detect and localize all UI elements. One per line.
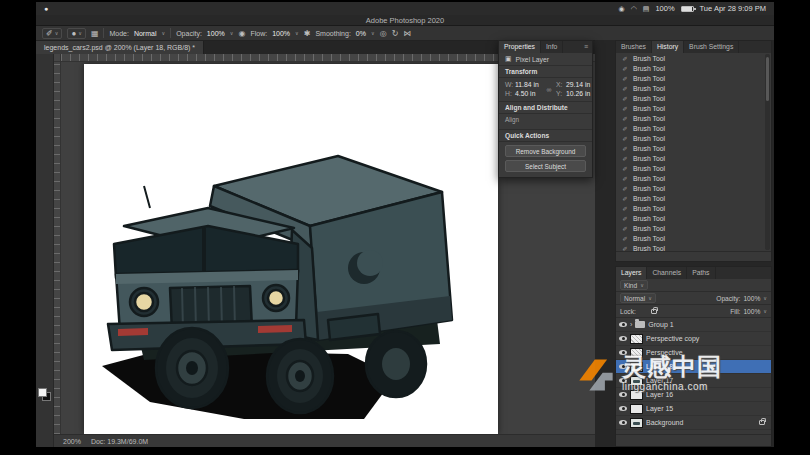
history-step[interactable]: Brush Tool bbox=[616, 153, 763, 163]
layer-thumbnail[interactable] bbox=[630, 348, 643, 358]
hand-tool[interactable] bbox=[37, 353, 53, 370]
history-scrollbar[interactable] bbox=[765, 54, 770, 250]
quick-mask-button[interactable] bbox=[37, 403, 53, 420]
control-center-icon[interactable]: ▤ bbox=[643, 5, 650, 13]
document-canvas[interactable] bbox=[84, 64, 498, 434]
eyedropper-tool[interactable] bbox=[37, 139, 53, 156]
layer-row-layer-15[interactable]: Layer 15 bbox=[616, 402, 771, 416]
visibility-eye-icon[interactable] bbox=[619, 336, 627, 341]
blur-tool[interactable] bbox=[37, 254, 53, 271]
layer-thumbnail[interactable] bbox=[630, 404, 643, 414]
history-step[interactable]: Brush Tool bbox=[616, 143, 763, 153]
history-step[interactable]: Brush Tool bbox=[616, 223, 763, 233]
tab-history[interactable]: History bbox=[652, 41, 684, 53]
layer-row-layer-18[interactable]: Layer 18 bbox=[616, 360, 771, 374]
y-value[interactable]: 10.26 in bbox=[566, 90, 593, 97]
history-step[interactable]: Brush Tool bbox=[616, 233, 763, 243]
select-subject-button[interactable]: Select Subject bbox=[505, 160, 586, 172]
link-dimensions-icon[interactable]: ∞ bbox=[544, 86, 554, 93]
zoom-field[interactable]: 200% bbox=[63, 438, 81, 445]
x-value[interactable]: 29.14 in bbox=[566, 81, 593, 88]
history-step[interactable]: Brush Tool bbox=[616, 133, 763, 143]
document-tab[interactable]: legends_cars2.psd @ 200% (Layer 18, RGB/… bbox=[36, 41, 204, 54]
visibility-eye-icon[interactable] bbox=[619, 378, 627, 383]
history-step[interactable]: Brush Tool bbox=[616, 183, 763, 193]
flow-value[interactable]: 100% bbox=[272, 30, 290, 37]
tab-layers[interactable]: Layers bbox=[616, 267, 647, 279]
visibility-eye-icon[interactable] bbox=[619, 350, 627, 355]
layer-thumbnail[interactable] bbox=[630, 376, 643, 386]
history-step[interactable]: Brush Tool bbox=[616, 163, 763, 173]
history-step[interactable]: Brush Tool bbox=[616, 243, 763, 251]
history-step[interactable]: Brush Tool bbox=[616, 113, 763, 123]
path-selection-tool[interactable] bbox=[37, 320, 53, 337]
remove-background-button[interactable]: Remove Background bbox=[505, 145, 586, 157]
layer-row-background[interactable]: Background bbox=[616, 416, 771, 430]
align-section-header[interactable]: Align and Distribute bbox=[499, 102, 592, 114]
tool-preset-picker[interactable]: ✐ ∨ bbox=[42, 28, 62, 39]
brush-tool[interactable] bbox=[37, 172, 53, 189]
healing-brush-tool[interactable] bbox=[37, 155, 53, 172]
history-step[interactable]: Brush Tool bbox=[616, 63, 763, 73]
screen-status-icon[interactable]: ◉ bbox=[619, 5, 625, 13]
quick-selection-tool[interactable] bbox=[37, 106, 53, 123]
foreground-color-swatch[interactable] bbox=[38, 388, 47, 397]
battery-icon[interactable] bbox=[681, 6, 694, 12]
airbrush-icon[interactable]: ✱ bbox=[304, 29, 311, 38]
history-step[interactable]: Brush Tool bbox=[616, 193, 763, 203]
brush-picker[interactable]: ● ∨ bbox=[67, 28, 86, 39]
visibility-eye-icon[interactable] bbox=[619, 392, 627, 397]
tab-paths[interactable]: Paths bbox=[687, 267, 715, 279]
history-brush-tool[interactable] bbox=[37, 205, 53, 222]
visibility-eye-icon[interactable] bbox=[619, 420, 627, 425]
screen-mode-button[interactable] bbox=[37, 420, 53, 437]
chevron-down-icon[interactable]: ∨ bbox=[295, 30, 299, 36]
marquee-tool[interactable] bbox=[37, 73, 53, 90]
chevron-down-icon[interactable]: ∨ bbox=[230, 30, 234, 36]
crop-tool[interactable] bbox=[37, 122, 53, 139]
color-swatches[interactable] bbox=[38, 388, 51, 401]
blend-mode-select[interactable]: Normal ∨ bbox=[620, 293, 656, 303]
layer-thumbnail[interactable] bbox=[630, 418, 643, 428]
visibility-eye-icon[interactable] bbox=[619, 322, 627, 327]
tab-channels[interactable]: Channels bbox=[647, 267, 687, 279]
history-step[interactable]: Brush Tool bbox=[616, 83, 763, 93]
opacity-value[interactable]: 100% bbox=[207, 30, 225, 37]
expand-caret-icon[interactable] bbox=[630, 321, 632, 328]
tab-info[interactable]: Info bbox=[541, 41, 563, 53]
menu-clock[interactable]: Tue Apr 28 9:09 PM bbox=[700, 4, 766, 13]
h-value[interactable]: 4.50 in bbox=[515, 90, 542, 97]
layers-opacity-value[interactable]: 100% bbox=[743, 295, 760, 302]
transform-section-header[interactable]: Transform bbox=[499, 66, 592, 78]
history-step[interactable]: Brush Tool bbox=[616, 123, 763, 133]
panel-menu-icon[interactable]: ≡ bbox=[580, 41, 592, 53]
rectangle-tool[interactable] bbox=[37, 337, 53, 354]
pressure-opacity-icon[interactable]: ◉ bbox=[238, 29, 245, 38]
smoothing-value[interactable]: 0% bbox=[356, 30, 366, 37]
pen-tool[interactable] bbox=[37, 287, 53, 304]
type-tool[interactable] bbox=[37, 304, 53, 321]
pressure-size-icon[interactable]: ↻ bbox=[392, 29, 399, 38]
history-step[interactable]: Brush Tool bbox=[616, 93, 763, 103]
clone-stamp-tool[interactable] bbox=[37, 188, 53, 205]
tab-brush-settings[interactable]: Brush Settings bbox=[684, 41, 739, 53]
visibility-eye-icon[interactable] bbox=[619, 406, 627, 411]
history-step[interactable]: Brush Tool bbox=[616, 173, 763, 183]
smoothing-options-icon[interactable]: ◎ bbox=[380, 29, 387, 38]
more-tools-button[interactable] bbox=[37, 436, 53, 447]
history-step[interactable]: Brush Tool bbox=[616, 73, 763, 83]
layer-row-perspective[interactable]: Perspective bbox=[616, 346, 771, 360]
zoom-tool[interactable] bbox=[37, 370, 53, 387]
layer-row-perspective-copy[interactable]: Perspective copy bbox=[616, 332, 771, 346]
tab-properties[interactable]: Properties bbox=[499, 41, 541, 53]
mode-value[interactable]: Normal bbox=[134, 30, 157, 37]
lock-all-icon[interactable] bbox=[651, 309, 657, 314]
wifi-icon[interactable]: ◠ bbox=[631, 5, 637, 13]
layer-row-layer-17[interactable]: Layer 17 bbox=[616, 374, 771, 388]
paint-symmetry-icon[interactable]: ⋈ bbox=[403, 29, 411, 38]
layer-row-group-1[interactable]: Group 1 bbox=[616, 318, 771, 332]
dodge-tool[interactable] bbox=[37, 271, 53, 288]
layer-kind-filter[interactable]: Kind ∨ bbox=[620, 280, 648, 290]
layer-row-layer-16[interactable]: Layer 16 bbox=[616, 388, 771, 402]
layer-thumbnail[interactable] bbox=[630, 390, 643, 400]
